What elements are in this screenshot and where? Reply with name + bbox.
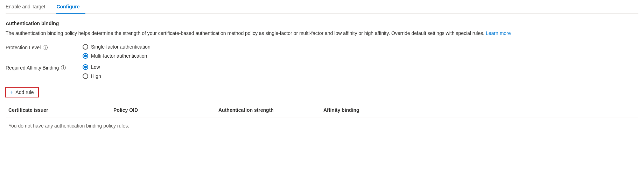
radio-single-factor[interactable]: Single-factor authentication (83, 44, 150, 50)
affinity-binding-row: Required Affinity Binding i Low High (6, 64, 638, 79)
section-description: The authentication binding policy helps … (6, 30, 601, 37)
table-container: Certificate issuer Policy OID Authentica… (6, 103, 638, 134)
protection-level-radio-group: Single-factor authentication Multi-facto… (83, 44, 150, 59)
table-header-authentication-strength: Authentication strength (216, 106, 321, 114)
protection-level-row: Protection Level i Single-factor authent… (6, 44, 638, 59)
radio-multi-factor[interactable]: Multi-factor authentication (83, 53, 150, 59)
protection-level-info-icon[interactable]: i (43, 45, 48, 50)
table-header: Certificate issuer Policy OID Authentica… (6, 103, 638, 117)
add-rule-label: Add rule (15, 89, 34, 95)
page-container: Enable and Target Configure Authenticati… (0, 0, 644, 189)
add-rule-button[interactable]: + Add rule (6, 87, 38, 97)
section-title: Authentication binding (6, 21, 638, 26)
affinity-binding-label: Required Affinity Binding i (6, 64, 83, 71)
radio-high-input[interactable] (83, 73, 88, 79)
learn-more-link[interactable]: Learn more (486, 30, 511, 36)
table-empty-message: You do not have any authentication bindi… (6, 117, 638, 134)
radio-multi-factor-input[interactable] (83, 53, 88, 59)
radio-low[interactable]: Low (83, 64, 101, 70)
plus-icon: + (10, 89, 13, 95)
affinity-binding-info-icon[interactable]: i (61, 65, 66, 70)
tab-configure[interactable]: Configure (56, 0, 85, 14)
radio-single-factor-input[interactable] (83, 44, 88, 50)
radio-low-input[interactable] (83, 64, 88, 70)
tab-bar: Enable and Target Configure (6, 0, 638, 14)
table-header-affinity-binding: Affinity binding (321, 106, 426, 114)
radio-high[interactable]: High (83, 73, 101, 79)
table-header-certificate-issuer: Certificate issuer (6, 106, 111, 114)
tab-enable-target[interactable]: Enable and Target (6, 0, 51, 14)
table-header-policy-oid: Policy OID (111, 106, 216, 114)
affinity-binding-radio-group: Low High (83, 64, 101, 79)
protection-level-label: Protection Level i (6, 44, 83, 50)
table-header-extra (426, 106, 638, 114)
